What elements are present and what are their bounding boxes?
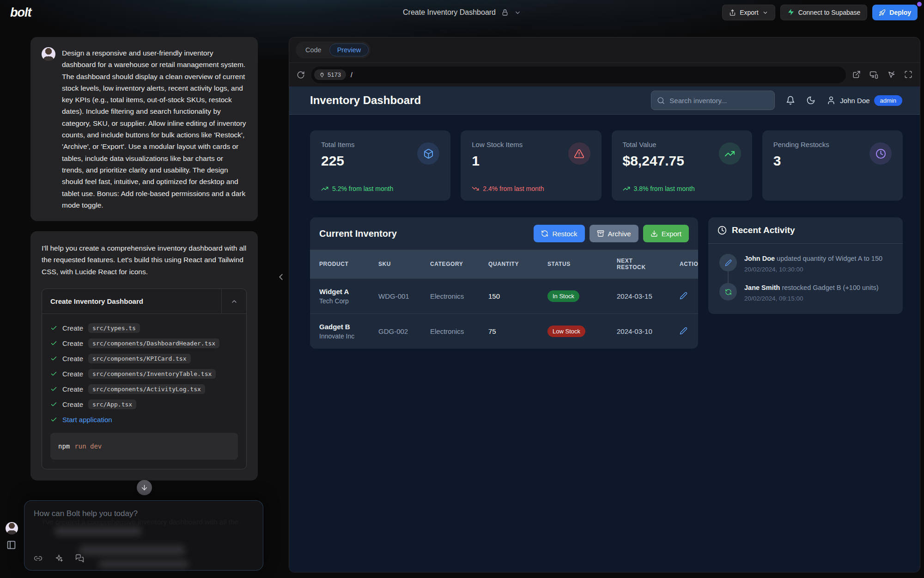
chat-panel: Design a responsive and user-friendly in… [0,25,289,578]
device-preview-icon[interactable] [869,70,878,79]
artifact-action-row: Create src/components/DashboardHeader.ts… [50,336,238,351]
file-pill[interactable]: src/types.ts [88,323,140,333]
kpi-row: Total Items 225 5.2% from last month Low… [310,130,903,201]
scroll-to-bottom-button[interactable] [137,480,152,495]
check-icon [50,386,57,393]
column-header: NEXT RESTOCK [617,258,665,271]
sku-cell: GDG-002 [378,327,430,335]
collapse-chat-chevron[interactable] [276,272,286,282]
column-header: PRODUCT [319,261,378,267]
command-args: run dev [74,443,102,450]
archive-icon [597,230,604,237]
plug-icon [319,72,325,78]
product-name: Widget A [319,288,374,295]
attach-link-icon[interactable] [34,554,43,563]
redacted-text [79,545,185,555]
trending-up-icon [719,142,741,165]
pencil-icon [719,254,737,271]
quantity-cell[interactable]: 150 [488,292,547,300]
tab-preview[interactable]: Preview [329,43,369,56]
lock-icon [501,9,509,16]
restock-button[interactable]: Restock [534,225,584,242]
command-name: npm [58,443,70,450]
activity-user: Jane Smith [744,284,780,291]
file-pill[interactable]: src/components/KPICard.tsx [88,354,191,363]
bolt-logo[interactable]: bolt [10,6,31,20]
activity-item: Jane Smith restocked Gadget B (+100 unit… [719,283,892,302]
file-pill[interactable]: src/components/DashboardHeader.tsx [88,338,219,348]
edit-pencil-icon[interactable] [680,327,687,335]
column-header: STATUS [547,261,617,267]
export-button[interactable]: Export [722,5,775,20]
workbench-panel: Code Preview 5173 / Inventory Dashboard [289,37,920,572]
edit-pencil-icon[interactable] [680,292,687,300]
inspector-cursor-icon[interactable] [887,70,895,79]
check-icon [50,325,57,332]
kpi-card-pending-restocks: Pending Restocks 3 [762,130,903,201]
account-avatar[interactable] [6,522,18,535]
fullscreen-icon[interactable] [904,70,912,79]
sparkles-icon[interactable] [55,554,63,563]
discuss-mode-icon[interactable] [75,554,84,563]
tab-code[interactable]: Code [298,43,329,56]
reload-icon[interactable] [297,71,305,79]
action-verb: Create [62,385,83,393]
url-field[interactable]: 5173 / [311,67,846,83]
kpi-trend-text: 2.4% from last month [483,185,544,192]
clock-icon [869,142,892,165]
action-verb: Create [62,324,83,332]
connect-supabase-button[interactable]: Connect to Supabase [780,5,868,20]
export-csv-button[interactable]: Export [643,225,689,242]
kpi-trend-text: 5.2% from last month [332,185,393,192]
inventory-table-card: Current Inventory Restock Archive [310,217,698,349]
activity-action: updated quantity of Widget A to 150 [775,255,882,262]
kpi-card-total-items: Total Items 225 5.2% from last month [310,130,450,201]
rocket-icon [879,9,886,16]
dark-mode-toggle-icon[interactable] [806,96,815,105]
user-chip[interactable]: John Doe admin [827,95,902,106]
trending-down-icon [472,185,479,192]
port-pill[interactable]: 5173 [314,69,346,80]
deploy-label: Deploy [889,9,911,16]
supabase-bolt-icon [787,8,795,17]
inventory-search-input[interactable] [669,97,769,105]
chat-input-box[interactable] [24,500,263,571]
open-external-icon[interactable] [852,70,861,79]
quantity-cell[interactable]: 75 [488,327,547,335]
chevron-down-icon [762,10,768,16]
deploy-button[interactable]: Deploy [872,5,918,20]
sidebar-toggle-icon[interactable] [6,540,16,550]
table-row: Widget A Tech Corp WDG-001 Electronics 1… [310,278,698,314]
file-pill[interactable]: src/components/ActivityLog.tsx [88,384,205,394]
file-pill[interactable]: src/components/InventoryTable.tsx [88,369,216,379]
activity-timestamp: 20/02/2024, 10:30:00 [744,266,882,273]
archive-button[interactable]: Archive [590,225,638,242]
column-header: QUANTITY [488,261,547,267]
export-label: Export [662,230,681,238]
supabase-label: Connect to Supabase [798,9,861,16]
kpi-card-total-value: Total Value $8,247.75 3.8% from last mon… [612,130,752,201]
top-bar: bolt Create Inventory Dashboard Export C… [0,0,924,25]
artifact-action-row: Create src/components/ActivityLog.tsx [50,381,238,397]
project-title-group[interactable]: Create Inventory Dashboard [403,0,521,25]
check-icon [50,355,57,362]
check-icon [50,401,57,408]
arrow-down-icon [140,484,148,492]
artifact-collapse-button[interactable] [221,289,246,314]
chevron-down-icon[interactable] [514,9,521,16]
user-icon [827,96,836,105]
trending-up-icon [321,185,328,192]
sku-cell: WDG-001 [378,292,430,300]
chevron-up-icon [231,298,238,305]
recent-activity-card: Recent Activity John Doe updated quantit… [708,217,903,314]
start-application-link[interactable]: Start application [62,416,112,424]
workbench-tabs: Code Preview [289,37,920,62]
artifact-action-row: Create src/components/KPICard.tsx [50,351,238,366]
artifact-action-row: Create src/components/InventoryTable.tsx [50,366,238,381]
search-icon [657,97,665,105]
action-verb: Create [62,355,83,363]
bell-icon[interactable] [786,96,795,105]
inventory-search-box[interactable] [651,91,775,110]
file-pill[interactable]: src/App.tsx [88,400,136,409]
inventory-title: Current Inventory [319,228,397,239]
